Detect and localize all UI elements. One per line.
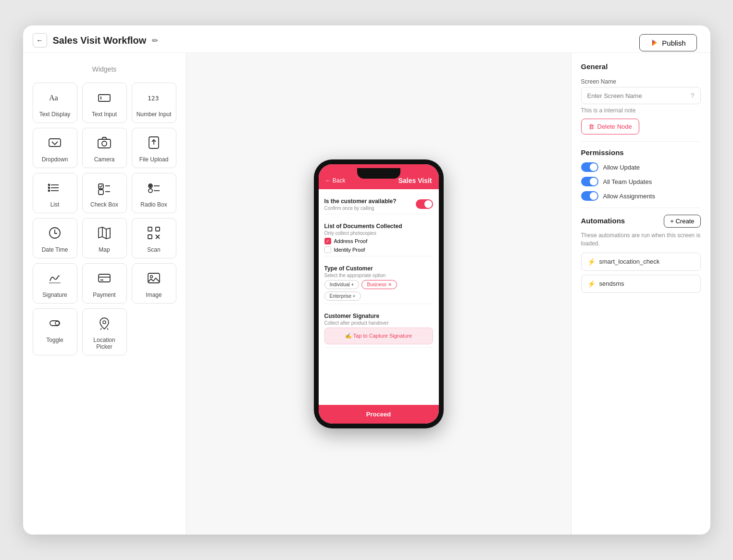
customer-available-label: Is the customer available? — [324, 198, 397, 205]
widget-list[interactable]: List — [33, 173, 77, 213]
location-picker-icon — [97, 316, 112, 333]
publish-button[interactable]: Publish — [639, 34, 696, 51]
widget-check-box[interactable]: Check Box — [82, 173, 127, 213]
phone-body: Is the customer available? Confirm once … — [319, 189, 439, 405]
widget-payment[interactable]: Payment — [82, 263, 127, 304]
main-content: Widgets Aa Text Display Text Input — [23, 53, 710, 535]
phone-screen-title: Sales Visit — [398, 177, 432, 184]
permissions-section: Permissions Allow Update All Team Update… — [581, 148, 701, 201]
back-icon: ← — [37, 37, 43, 44]
radio-box-icon — [146, 180, 162, 197]
widgets-grid: Aa Text Display Text Input 123 Num — [31, 81, 178, 357]
sidebar: Widgets Aa Text Display Text Input — [23, 53, 186, 535]
allow-update-toggle[interactable] — [581, 162, 598, 172]
chip-individual[interactable]: Individual + — [324, 280, 360, 289]
widget-image[interactable]: Image — [132, 263, 176, 304]
address-proof-checkbox: ✓ — [324, 238, 331, 244]
widget-toggle[interactable]: Toggle — [33, 308, 77, 355]
widget-number-input[interactable]: 123 Number Input — [132, 83, 176, 123]
permission-allow-assignments: Allow Assignments — [581, 191, 701, 201]
create-label: + Create — [670, 218, 694, 225]
customer-type-label: Type of Customer — [324, 265, 433, 272]
svg-rect-29 — [156, 227, 160, 231]
list-icon — [47, 180, 62, 197]
delete-node-label: Delete Node — [597, 123, 632, 130]
toggle-icon — [47, 316, 62, 333]
phone-field-customer-available: Is the customer available? Confirm once … — [324, 194, 433, 214]
back-button[interactable]: ← — [33, 33, 47, 48]
svg-marker-0 — [652, 39, 658, 46]
automation-items: ⚡ smart_location_check ⚡ sendsms — [581, 253, 701, 293]
automation-item-smart-location[interactable]: ⚡ smart_location_check — [581, 253, 701, 271]
widget-location-picker-label: Location Picker — [87, 337, 123, 350]
widget-radio-box-label: Radio Box — [140, 201, 167, 208]
widget-file-upload[interactable]: File Upload — [132, 128, 176, 168]
screen-name-input-wrapper[interactable]: ? — [581, 87, 701, 104]
checkbox-address-proof[interactable]: ✓ Address Proof — [324, 238, 433, 244]
text-input-icon — [97, 90, 112, 107]
customer-available-sub: Confirm once by calling — [324, 206, 397, 211]
edit-icon[interactable]: ✏ — [152, 36, 158, 45]
text-display-icon: Aa — [47, 90, 62, 107]
chip-enterprise[interactable]: Enterprise + — [324, 292, 361, 301]
allow-assignments-label: Allow Assignments — [603, 193, 655, 200]
divider-2 — [581, 207, 701, 208]
widget-payment-label: Payment — [93, 292, 115, 298]
scan-icon — [146, 225, 162, 243]
checkbox-identity-proof[interactable]: Identity Proof — [324, 246, 433, 253]
signature-field-sub: Collect after product handover — [324, 320, 433, 326]
phone-back-label: ← Back — [325, 177, 346, 184]
camera-icon — [97, 135, 112, 152]
widget-date-time[interactable]: Date Time — [33, 218, 77, 258]
proceed-button[interactable]: Proceed — [319, 405, 439, 424]
svg-rect-2 — [99, 95, 110, 101]
customer-available-toggle[interactable] — [416, 199, 433, 209]
widget-scan[interactable]: Scan — [132, 218, 176, 258]
widget-text-display-label: Text Display — [39, 111, 71, 118]
screen-name-input[interactable] — [587, 92, 691, 99]
field-label-customer-available: Is the customer available? Confirm once … — [324, 198, 397, 211]
svg-marker-25 — [99, 227, 110, 239]
widget-text-input[interactable]: Text Input — [82, 83, 127, 123]
svg-text:123: 123 — [148, 95, 159, 102]
svg-rect-34 — [99, 274, 110, 282]
widget-text-input-label: Text Input — [92, 111, 117, 118]
widget-camera[interactable]: Camera — [82, 128, 127, 168]
allow-update-label: Allow Update — [603, 164, 640, 171]
general-title: General — [581, 62, 701, 71]
widget-text-display[interactable]: Aa Text Display — [33, 83, 77, 123]
help-icon[interactable]: ? — [691, 92, 695, 99]
signature-field-label: Customer Signature — [324, 313, 433, 319]
widget-location-picker[interactable]: Location Picker — [82, 308, 127, 355]
widget-radio-box[interactable]: Radio Box — [132, 173, 176, 213]
delete-node-button[interactable]: 🗑 Delete Node — [581, 119, 639, 134]
general-section: General — [581, 62, 701, 72]
svg-point-40 — [55, 321, 59, 325]
documents-sub: Only collect photocopies — [324, 231, 433, 236]
publish-button-area: Publish — [639, 34, 696, 51]
image-icon — [146, 270, 162, 288]
svg-point-38 — [150, 276, 153, 278]
phone-mockup: ← Back Sales Visit Is the customer avail… — [314, 159, 444, 428]
svg-rect-16 — [99, 190, 103, 195]
widget-dropdown[interactable]: Dropdown — [33, 128, 77, 168]
allow-assignments-toggle[interactable] — [581, 191, 598, 201]
create-automation-button[interactable]: + Create — [664, 215, 700, 228]
widget-check-box-label: Check Box — [90, 201, 118, 208]
widget-scan-label: Scan — [147, 246, 160, 253]
screen-name-section: Screen Name ? This is a internal note 🗑 … — [581, 78, 701, 134]
automation-item-sendsms[interactable]: ⚡ sendsms — [581, 275, 701, 293]
lightning-icon-1: ⚡ — [587, 258, 596, 266]
all-team-updates-toggle[interactable] — [581, 177, 598, 186]
widget-map[interactable]: Map — [82, 218, 127, 258]
payment-icon — [97, 270, 112, 288]
automations-section: Automations + Create These automations a… — [581, 215, 701, 293]
capture-signature-btn[interactable]: ✍ Tap to Capture Signature — [324, 328, 433, 344]
svg-point-13 — [49, 187, 50, 189]
chip-business[interactable]: Business ✕ — [361, 280, 397, 289]
svg-point-20 — [149, 185, 151, 187]
divider-1 — [581, 141, 701, 142]
svg-rect-37 — [148, 273, 160, 283]
widgets-label: Widgets — [31, 62, 178, 75]
widget-signature[interactable]: Signature — [33, 263, 77, 304]
